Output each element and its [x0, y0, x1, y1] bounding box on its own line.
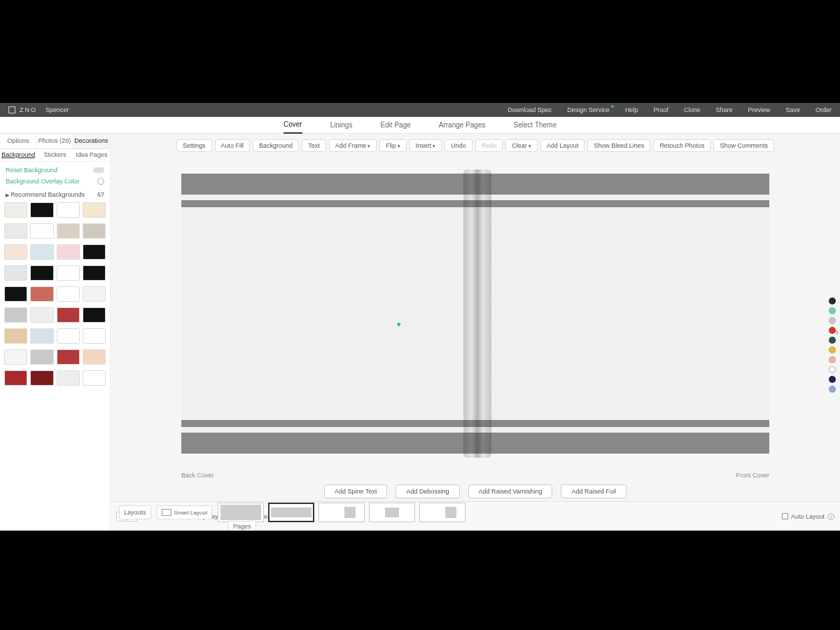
background-thumbnail[interactable]: [30, 244, 53, 260]
subtab-stickers[interactable]: Stickers: [36, 149, 73, 161]
background-thumbnail[interactable]: [83, 202, 106, 218]
background-thumbnail[interactable]: [4, 370, 27, 386]
tool-background[interactable]: Background: [253, 139, 299, 152]
background-thumbnail[interactable]: [4, 328, 27, 344]
color-swatch[interactable]: [829, 298, 836, 304]
background-thumbnail[interactable]: [4, 202, 27, 218]
background-thumbnail[interactable]: [57, 202, 80, 218]
color-swatch[interactable]: [829, 307, 836, 314]
caret-icon: [366, 142, 370, 149]
color-swatch[interactable]: [829, 366, 836, 373]
background-thumbnail[interactable]: [57, 370, 80, 386]
tool-insert[interactable]: Insert: [410, 139, 442, 152]
layout-thumb-1[interactable]: [218, 503, 264, 522]
background-thumbnail[interactable]: [30, 328, 53, 344]
tool-redo[interactable]: Redo: [475, 139, 503, 152]
background-thumbnail[interactable]: [4, 265, 27, 281]
tool-add-frame[interactable]: Add Frame: [329, 139, 377, 152]
background-thumbnail[interactable]: [83, 286, 106, 302]
background-thumbnail[interactable]: [30, 265, 53, 281]
nav-download-spec[interactable]: Download Spec: [507, 106, 552, 113]
tab-cover[interactable]: Cover: [284, 116, 302, 134]
background-thumbnail[interactable]: [57, 286, 80, 302]
sidebar-tab-options[interactable]: Options: [0, 134, 36, 148]
background-thumbnail[interactable]: [4, 244, 27, 260]
color-swatch[interactable]: [829, 386, 836, 393]
tool-autofill[interactable]: Auto Fill: [215, 139, 251, 152]
nav-preview[interactable]: Preview: [748, 106, 770, 113]
next-page-arrow-icon[interactable]: ›: [835, 326, 839, 337]
info-icon[interactable]: i: [827, 513, 834, 520]
nav-design-service[interactable]: Design Service: [567, 106, 610, 113]
nav-order[interactable]: Order: [816, 106, 832, 113]
background-thumbnail[interactable]: [57, 349, 80, 365]
background-thumbnail[interactable]: [30, 370, 53, 386]
layout-thumb-2[interactable]: [268, 503, 314, 522]
book-spread[interactable]: [181, 174, 769, 454]
recommend-header[interactable]: Recommend Backgrounds 67: [0, 190, 110, 200]
background-thumbnail[interactable]: [83, 370, 106, 386]
tool-flip[interactable]: Flip: [379, 139, 407, 152]
background-thumbnail[interactable]: [4, 349, 27, 365]
background-thumbnail[interactable]: [30, 202, 53, 218]
color-swatch[interactable]: [829, 356, 836, 363]
background-thumbnail[interactable]: [83, 349, 106, 365]
background-thumbnail[interactable]: [83, 244, 106, 260]
reset-background[interactable]: Reset Background: [6, 164, 104, 176]
color-swatch[interactable]: [829, 346, 836, 354]
background-thumbnail[interactable]: [30, 286, 53, 302]
color-swatch[interactable]: [829, 376, 836, 383]
tool-add-layout[interactable]: Add Layout: [540, 139, 585, 152]
nav-clone[interactable]: Clone: [684, 106, 701, 113]
sidebar-tab-decorations[interactable]: Decorations: [74, 134, 110, 148]
tool-text[interactable]: Text: [302, 139, 326, 152]
layout-thumb-3[interactable]: [318, 503, 365, 522]
tool-settings[interactable]: Settings: [176, 139, 212, 152]
subtab-idea-pages[interactable]: Idea Pages: [74, 149, 110, 161]
tab-edit-page[interactable]: Edit Page: [380, 117, 410, 133]
layout-thumb-4[interactable]: [369, 503, 415, 522]
nav-proof[interactable]: Proof: [653, 106, 668, 113]
smart-layout-button[interactable]: Smart Layout: [157, 505, 213, 519]
background-thumbnail[interactable]: [57, 244, 80, 260]
tool-bleed-lines[interactable]: Show Bleed Lines: [587, 139, 650, 152]
add-spine-text-button[interactable]: Add Spine Text: [324, 484, 387, 498]
background-grid: [0, 200, 110, 531]
tool-clear[interactable]: Clear: [505, 139, 538, 152]
subtab-background[interactable]: Background: [0, 149, 36, 161]
tool-comments[interactable]: Show Comments: [713, 139, 774, 152]
color-swatch[interactable]: [829, 337, 836, 344]
background-thumbnail[interactable]: [57, 265, 80, 281]
color-swatch[interactable]: [829, 317, 836, 324]
background-thumbnail[interactable]: [57, 307, 80, 323]
sidebar-tab-photos[interactable]: Photos (29): [36, 134, 73, 148]
add-raised-varnishing-button[interactable]: Add Raised Varnishing: [468, 484, 553, 498]
tab-select-theme[interactable]: Select Theme: [513, 117, 556, 133]
background-thumbnail[interactable]: [4, 286, 27, 302]
background-thumbnail[interactable]: [83, 328, 106, 344]
tab-linings[interactable]: Linings: [330, 117, 353, 133]
background-thumbnail[interactable]: [30, 223, 53, 239]
auto-layout-checkbox[interactable]: [782, 513, 788, 519]
pages-tab[interactable]: Pages: [228, 521, 256, 531]
tab-arrange-pages[interactable]: Arrange Pages: [439, 117, 486, 133]
background-thumbnail[interactable]: [4, 223, 27, 239]
background-overlay-color[interactable]: Background Overlay Color: [6, 176, 104, 187]
background-thumbnail[interactable]: [83, 307, 106, 323]
nav-help[interactable]: Help: [625, 106, 638, 113]
background-thumbnail[interactable]: [83, 265, 106, 281]
background-thumbnail[interactable]: [57, 328, 80, 344]
tool-undo[interactable]: Undo: [444, 139, 472, 152]
background-thumbnail[interactable]: [83, 223, 106, 239]
add-raised-foil-button[interactable]: Add Raised Foil: [561, 484, 626, 498]
tool-retouch[interactable]: Retouch Photos: [653, 139, 710, 152]
background-thumbnail[interactable]: [57, 223, 80, 239]
nav-share[interactable]: Share: [715, 106, 732, 113]
background-thumbnail[interactable]: [30, 349, 53, 365]
nav-save[interactable]: Save: [785, 106, 800, 113]
layouts-tab[interactable]: Layouts: [119, 505, 151, 519]
background-thumbnail[interactable]: [4, 307, 27, 323]
background-thumbnail[interactable]: [30, 307, 53, 323]
layout-thumb-5[interactable]: [419, 503, 465, 522]
add-debossing-button[interactable]: Add Debossing: [396, 484, 459, 498]
